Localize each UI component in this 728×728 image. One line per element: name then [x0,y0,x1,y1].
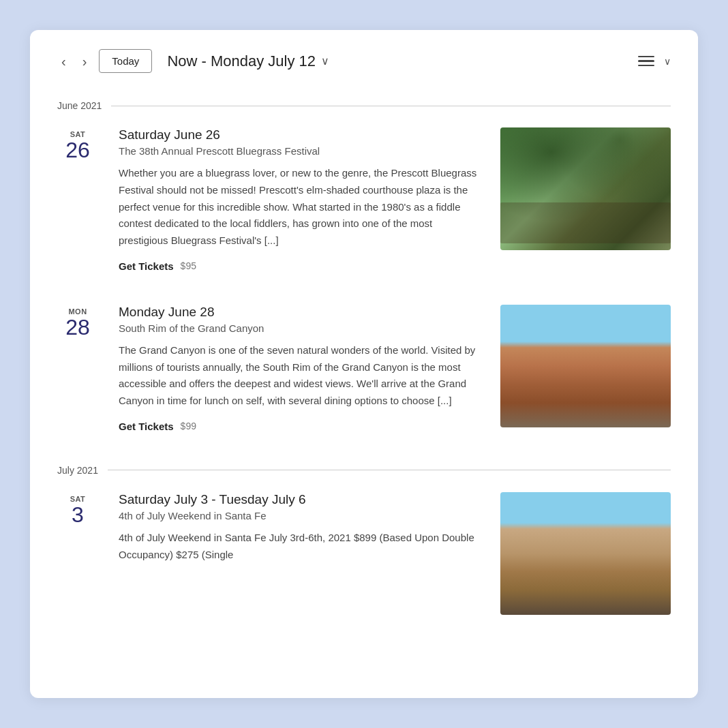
view-menu[interactable]: ∨ [638,56,671,67]
day-name: SAT [70,495,86,503]
event-image [500,492,671,615]
day-name: MON [68,307,87,316]
event-title-date: Saturday July 3 - Tuesday July 6 [119,492,480,507]
ticket-price: $95 [181,260,196,271]
tickets-section: Get Tickets $99 [119,421,480,432]
event-image [500,305,671,427]
prev-button[interactable]: ‹ [57,52,70,71]
event-description: 4th of July Weekend in Santa Fe July 3rd… [119,530,480,564]
next-button[interactable]: › [78,52,91,71]
event-description: The Grand Canyon is one of the seven nat… [119,342,480,410]
event-subtitle: 4th of July Weekend in Santa Fe [119,510,480,521]
month-separator: June 2021 [57,100,671,111]
tickets-section: Get Tickets $95 [119,260,480,272]
date-badge: MON 28 [57,305,98,339]
event-row: SAT 3 Saturday July 3 - Tuesday July 6 4… [57,492,671,615]
today-button[interactable]: Today [99,49,152,73]
event-title-date: Saturday June 26 [119,127,480,142]
event-row: MON 28 Monday June 28 South Rim of the G… [57,305,671,432]
day-number: 28 [65,316,90,339]
calendar-window: ‹ › Today Now - Monday July 12 ∨ ∨ June … [30,30,698,698]
event-description: Whether you are a bluegrass lover, or ne… [119,165,480,249]
events-content: June 2021 SAT 26 Saturday June 26 The 38… [30,100,698,615]
menu-chevron-icon: ∨ [664,56,671,67]
chevron-down-icon: ∨ [321,55,329,67]
event-details: Monday June 28 South Rim of the Grand Ca… [119,305,480,432]
month-label: June 2021 [57,100,102,111]
month-separator: July 2021 [57,465,671,476]
get-tickets-link[interactable]: Get Tickets [119,260,174,272]
date-badge: SAT 3 [57,492,98,527]
month-label: July 2021 [57,465,98,476]
get-tickets-link[interactable]: Get Tickets [119,421,174,432]
hamburger-icon[interactable] [638,56,654,67]
event-row: SAT 26 Saturday June 26 The 38th Annual … [57,127,671,272]
day-number: 26 [65,138,90,162]
grand-canyon-image [500,305,671,427]
date-badge: SAT 26 [57,127,98,162]
santa-fe-image [500,492,671,615]
date-range-text: Now - Monday July 12 [167,52,316,70]
month-line [111,106,671,106]
bluegrass-image [500,127,671,250]
event-title-date: Monday June 28 [119,305,480,320]
month-line [108,470,671,470]
date-range-label[interactable]: Now - Monday July 12 ∨ [167,52,329,70]
ticket-price: $99 [181,421,196,431]
event-image [500,127,671,250]
event-subtitle: The 38th Annual Prescott Bluegrass Festi… [119,145,480,157]
event-details: Saturday July 3 - Tuesday July 6 4th of … [119,492,480,575]
event-details: Saturday June 26 The 38th Annual Prescot… [119,127,480,272]
toolbar: ‹ › Today Now - Monday July 12 ∨ ∨ [30,30,698,87]
day-number: 3 [72,503,84,527]
event-subtitle: South Rim of the Grand Canyon [119,322,480,334]
